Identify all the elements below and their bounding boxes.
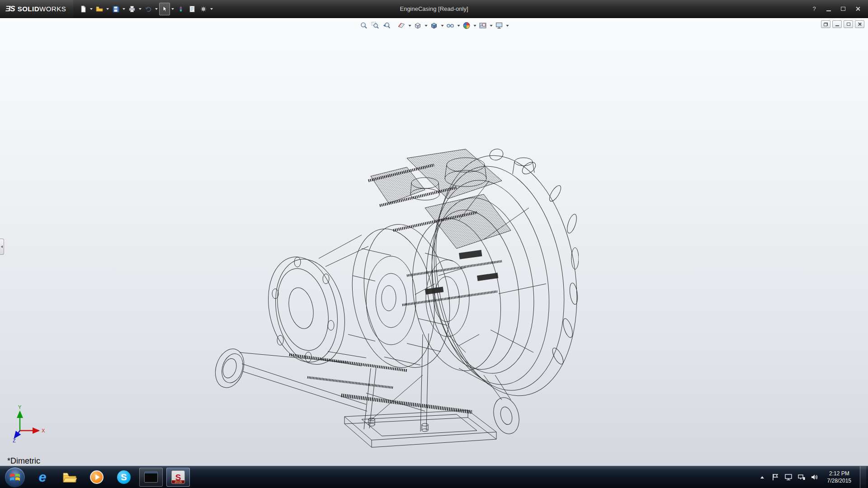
zoom-to-fit-icon	[360, 22, 368, 29]
help-icon[interactable]: ?	[810, 5, 818, 13]
triad-x-label: X	[42, 428, 45, 433]
media-player-icon	[90, 470, 104, 484]
edit-appearance-dropdown[interactable]	[473, 21, 477, 30]
view-orientation-label: *Dimetric	[7, 456, 40, 466]
open-button[interactable]	[94, 3, 105, 15]
action-center-flag-icon[interactable]	[771, 473, 779, 482]
reference-triad: Y X Z	[13, 404, 51, 442]
file-properties-icon	[189, 5, 196, 13]
doc-close-button[interactable]	[855, 20, 864, 28]
display-style-dropdown[interactable]	[440, 21, 444, 30]
triad-z-label: Z	[13, 438, 16, 442]
print-button[interactable]	[127, 3, 137, 15]
doc-restore-button[interactable]	[821, 20, 830, 28]
view-orientation-dropdown[interactable]	[424, 21, 428, 30]
headsup-view-toolbar	[359, 21, 509, 30]
select-tool-button[interactable]	[159, 3, 170, 15]
skype-icon: S	[117, 470, 131, 484]
print-icon	[128, 5, 136, 13]
section-view-dropdown[interactable]	[408, 21, 412, 30]
windows-taskbar: e S S 2015	[0, 466, 868, 488]
triad-y-label: Y	[18, 404, 22, 410]
view-orientation-cube-icon	[414, 22, 422, 29]
open-dropdown[interactable]	[105, 3, 110, 15]
new-document-button[interactable]	[78, 3, 89, 15]
zoom-to-fit-button[interactable]	[359, 21, 369, 30]
show-desktop-button[interactable]	[860, 466, 866, 488]
view-settings-dropdown[interactable]	[505, 21, 509, 30]
titlebar: ƎS SOLIDWORKS	[0, 0, 868, 18]
volume-icon[interactable]	[811, 473, 819, 482]
menubar-toolbar	[78, 3, 214, 15]
display-style-button[interactable]	[429, 21, 439, 30]
save-dropdown[interactable]	[122, 3, 126, 15]
section-view-button[interactable]	[396, 21, 407, 30]
doc-minimize-button[interactable]	[832, 20, 842, 28]
view-orientation-button[interactable]	[413, 21, 423, 30]
maximize-button[interactable]	[839, 5, 847, 13]
taskbar-clock[interactable]: 2:12 PM 7/28/2015	[824, 470, 855, 484]
hide-show-items-button[interactable]	[445, 21, 456, 30]
document-window-controls	[821, 20, 864, 28]
command-prompt-icon	[144, 472, 158, 483]
window-controls: ?	[810, 5, 868, 13]
internet-explorer-icon: e	[39, 470, 47, 484]
view-settings-icon	[495, 22, 503, 29]
triad-z-axis	[14, 431, 20, 438]
taskbar-internet-explorer[interactable]: e	[31, 468, 54, 487]
zoom-to-area-button[interactable]	[370, 21, 381, 30]
previous-view-icon	[383, 22, 391, 29]
taskbar-skype[interactable]: S	[112, 468, 136, 487]
close-button[interactable]	[854, 5, 862, 13]
open-folder-icon	[96, 5, 103, 13]
rebuild-icon	[177, 5, 184, 13]
doc-maximize-button[interactable]	[844, 20, 853, 28]
apply-scene-icon	[479, 22, 487, 29]
select-dropdown[interactable]	[170, 3, 175, 15]
apply-scene-button[interactable]	[478, 21, 488, 30]
view-settings-button[interactable]	[494, 21, 505, 30]
new-dropdown[interactable]	[89, 3, 94, 15]
undo-button[interactable]	[143, 3, 154, 15]
options-button[interactable]	[198, 3, 209, 15]
save-button[interactable]	[110, 3, 121, 15]
display-style-icon	[430, 22, 438, 29]
hide-show-glasses-icon	[447, 22, 454, 29]
rebuild-button[interactable]	[175, 3, 186, 15]
undo-dropdown[interactable]	[154, 3, 159, 15]
window-title: EngineCasing [Read-only]	[400, 5, 468, 12]
previous-view-button[interactable]	[382, 21, 392, 30]
taskbar-solidworks[interactable]: S 2015	[166, 468, 190, 487]
system-tray: 2:12 PM 7/28/2015	[758, 466, 868, 488]
taskbar-media-player[interactable]	[85, 468, 108, 487]
brand-text: SOLIDWORKS	[18, 5, 66, 13]
clock-time: 2:12 PM	[827, 470, 851, 477]
file-properties-button[interactable]	[187, 3, 198, 15]
panel-collapse-tab[interactable]	[0, 239, 4, 255]
start-button[interactable]	[5, 467, 25, 488]
display-settings-icon[interactable]	[784, 473, 793, 482]
edit-appearance-button[interactable]	[462, 21, 472, 30]
solidworks-version-badge: 2015	[172, 480, 184, 483]
section-view-icon	[398, 22, 406, 29]
folder-icon	[62, 471, 77, 483]
hide-show-items-dropdown[interactable]	[457, 21, 461, 30]
model-wireframe[interactable]	[212, 140, 579, 456]
options-dropdown[interactable]	[209, 3, 214, 15]
graphics-viewport[interactable]: Y X Z *Dimetric	[0, 18, 868, 466]
taskbar-windows-explorer[interactable]	[58, 468, 81, 487]
apply-scene-dropdown[interactable]	[489, 21, 493, 30]
zoom-to-area-icon	[372, 22, 379, 29]
windows-logo-icon	[9, 471, 21, 483]
undo-icon	[145, 5, 152, 13]
taskbar-command-prompt[interactable]	[139, 468, 163, 487]
edit-appearance-ball-icon	[463, 22, 471, 29]
save-floppy-icon	[112, 5, 119, 13]
select-cursor-icon	[161, 5, 168, 13]
print-dropdown[interactable]	[138, 3, 142, 15]
show-hidden-icons-button[interactable]	[758, 473, 766, 482]
clock-date: 7/28/2015	[827, 477, 851, 484]
minimize-button[interactable]	[825, 5, 833, 13]
new-document-icon	[80, 5, 87, 13]
network-status-icon[interactable]	[797, 473, 806, 482]
